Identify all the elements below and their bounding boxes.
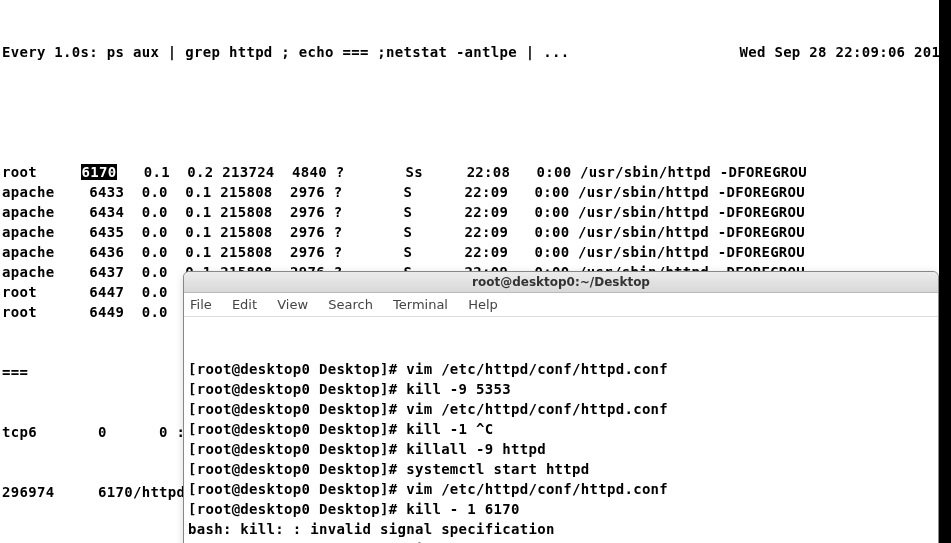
terminal-line: [root@desktop0 Desktop]# vim /etc/httpd/…	[188, 359, 934, 379]
process-row: apache 6433 0.0 0.1 215808 2976 ? S 22:0…	[2, 182, 949, 202]
terminal-line: [root@desktop0 Desktop]# killall -9 http…	[188, 439, 934, 459]
process-row: apache 6434 0.0 0.1 215808 2976 ? S 22:0…	[2, 202, 949, 222]
window-titlebar[interactable]: root@desktop0:~/Desktop	[184, 272, 938, 293]
menu-view[interactable]: View	[277, 297, 308, 312]
process-row: apache 6435 0.0 0.1 215808 2976 ? S 22:0…	[2, 222, 949, 242]
menubar: File Edit View Search Terminal Help	[184, 293, 938, 317]
terminal-window[interactable]: root@desktop0:~/Desktop File Edit View S…	[183, 271, 939, 543]
terminal-line: [root@desktop0 Desktop]# vim /etc/httpd/…	[188, 479, 934, 499]
menu-edit[interactable]: Edit	[232, 297, 257, 312]
terminal-line: [root@desktop0 Desktop]# vim /etc/httpd/…	[188, 399, 934, 419]
menu-terminal[interactable]: Terminal	[393, 297, 448, 312]
watch-command: Every 1.0s: ps aux | grep httpd ; echo =…	[2, 42, 569, 62]
watch-timestamp: Wed Sep 28 22:09:06 2016	[740, 42, 950, 62]
process-row: apache 6436 0.0 0.1 215808 2976 ? S 22:0…	[2, 242, 949, 262]
terminal-line: [root@desktop0 Desktop]# kill -9 5353	[188, 379, 934, 399]
terminal-line: [root@desktop0 Desktop]# kill - 1 6170	[188, 499, 934, 519]
right-border	[939, 0, 951, 543]
terminal-line: [root@desktop0 Desktop]# kill -1 ^C	[188, 419, 934, 439]
menu-help[interactable]: Help	[468, 297, 498, 312]
watch-header: Every 1.0s: ps aux | grep httpd ; echo =…	[2, 42, 949, 62]
process-row: root 6170 0.1 0.2 213724 4840 ? Ss 22:08…	[2, 162, 949, 182]
menu-search[interactable]: Search	[328, 297, 373, 312]
terminal-line: bash: kill: : invalid signal specificati…	[188, 519, 934, 539]
terminal-line: [root@desktop0 Desktop]# kill -1 6170	[188, 539, 934, 543]
terminal-line: [root@desktop0 Desktop]# systemctl start…	[188, 459, 934, 479]
menu-file[interactable]: File	[190, 297, 212, 312]
terminal-body[interactable]: [root@desktop0 Desktop]# vim /etc/httpd/…	[184, 317, 938, 543]
